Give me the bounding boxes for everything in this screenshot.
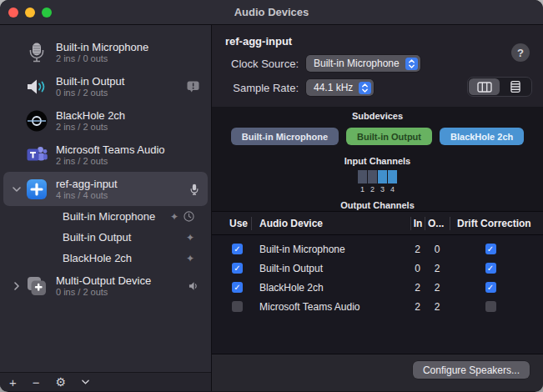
device-io-count: 0 ins / 2 outs — [56, 287, 189, 298]
channel-box — [358, 170, 367, 183]
output-speaker-icon — [189, 281, 199, 291]
gear-icon[interactable]: ⚙ — [56, 376, 67, 388]
page-title: ref-agg-input — [225, 35, 530, 48]
channel-numbers: 1 2 3 4 — [212, 185, 543, 193]
table-cell-device: Built-in Output — [251, 263, 410, 274]
device-io-count: 2 ins / 0 outs — [56, 53, 199, 64]
window-title: Audio Devices — [0, 6, 543, 18]
device-sidebar: Built-in Microphone 2 ins / 0 outs — [0, 25, 212, 391]
subdevices-section: Subdevices Built-in Microphone Built-in … — [212, 107, 543, 211]
drift-correction-checkbox[interactable] — [485, 244, 496, 254]
channel-box — [378, 170, 387, 183]
chevron-right-icon[interactable] — [8, 282, 25, 290]
popup-stepper-icon — [405, 58, 418, 70]
sidebar-item-built-in-microphone[interactable]: Built-in Microphone 2 ins / 0 outs — [3, 35, 208, 69]
alert-bubble-icon — [187, 81, 199, 93]
column-header-use: Use — [224, 217, 251, 230]
device-io-count: 0 ins / 2 outs — [56, 88, 187, 98]
table-cell-out: 2 — [425, 282, 450, 294]
clock-source-label: Clock Source: — [225, 58, 299, 70]
subdevice-pill[interactable]: Built-in Microphone — [231, 128, 339, 145]
sample-rate-value: 44.1 kHz — [314, 82, 353, 93]
drift-correction-checkbox[interactable] — [485, 282, 496, 293]
speaker-icon — [25, 75, 48, 98]
use-checkbox[interactable] — [232, 263, 243, 274]
blackhole-icon — [25, 109, 48, 133]
table-cell-device: Microsoft Teams Audio — [251, 301, 410, 313]
add-device-button[interactable]: + — [9, 376, 17, 389]
detail-header: ref-agg-input ? Clock Source: Built-in M… — [212, 25, 543, 107]
table-cell-device: BlackHole 2ch — [251, 282, 410, 294]
sample-rate-popup[interactable]: 44.1 kHz — [306, 79, 374, 96]
device-io-count: 2 ins / 2 outs — [56, 156, 199, 167]
layout-segmented-control — [467, 77, 532, 97]
use-checkbox[interactable] — [232, 244, 243, 254]
table-cell-out: 2 — [425, 301, 450, 313]
table-header: Use Audio Device In O... Drift Correctio… — [212, 212, 543, 235]
table-row: Built-in Output 0 2 — [212, 259, 543, 278]
clock-icon — [184, 211, 194, 222]
signal-icon: ✦ — [186, 254, 194, 264]
input-channels-title: Input Channels — [212, 156, 543, 166]
sidebar-item-blackhole-2ch[interactable]: BlackHole 2ch 2 ins / 2 outs — [3, 103, 208, 138]
device-name: Built-in Output — [56, 75, 187, 88]
columns-view-segment[interactable] — [469, 78, 500, 95]
rows-view-segment[interactable] — [500, 78, 530, 95]
use-checkbox[interactable] — [232, 282, 243, 293]
column-header-in: In — [410, 217, 425, 230]
configure-speakers-button[interactable]: Configure Speakers... — [413, 361, 530, 379]
clock-source-value: Built-in Microphone — [314, 58, 400, 69]
subdevice-pill[interactable]: BlackHole 2ch — [440, 128, 524, 145]
sidebar-subitem-built-in-microphone[interactable]: Built-in Microphone ✦ — [0, 206, 211, 227]
subdevice-pill[interactable]: Built-in Output — [346, 128, 432, 145]
zoom-button[interactable] — [42, 8, 52, 18]
subdevice-name: BlackHole 2ch — [63, 252, 186, 264]
chevron-down-icon[interactable] — [8, 187, 25, 192]
table-row: Built-in Microphone 2 0 — [212, 239, 543, 259]
sidebar-item-built-in-output[interactable]: Built-in Output 0 ins / 2 outs — [3, 69, 208, 103]
table-row: BlackHole 2ch 2 2 — [212, 278, 543, 297]
input-microphone-icon — [189, 183, 199, 196]
device-io-count: 4 ins / 4 outs — [56, 190, 189, 201]
table-cell-in: 2 — [410, 301, 425, 313]
sidebar-item-multi-output-device[interactable]: Multi-Output Device 0 ins / 2 outs — [3, 269, 208, 303]
column-header-audio-device: Audio Device — [251, 217, 410, 230]
sidebar-item-ref-agg-input[interactable]: ref-agg-input 4 ins / 4 outs — [3, 172, 208, 206]
drift-correction-checkbox[interactable] — [485, 301, 496, 312]
columns-icon — [477, 82, 492, 93]
remove-device-button[interactable]: − — [33, 376, 40, 389]
title-bar[interactable]: Audio Devices — [0, 0, 543, 25]
minimize-button[interactable] — [25, 8, 35, 18]
sidebar-item-microsoft-teams-audio[interactable]: Microsoft Teams Audio 2 ins / 2 outs — [3, 138, 208, 172]
column-header-out: O... — [425, 217, 450, 230]
subdevices-title: Subdevices — [212, 111, 543, 121]
table-row: Microsoft Teams Audio 2 2 — [212, 297, 543, 316]
use-checkbox[interactable] — [232, 301, 243, 312]
table-cell-out: 2 — [425, 263, 450, 274]
subdevice-table: Use Audio Device In O... Drift Correctio… — [212, 211, 543, 354]
popup-stepper-icon — [359, 82, 371, 94]
drift-correction-checkbox[interactable] — [485, 263, 496, 274]
device-io-count: 2 ins / 2 outs — [56, 122, 199, 133]
sidebar-subitem-blackhole-2ch[interactable]: BlackHole 2ch ✦ — [0, 248, 211, 269]
microphone-icon — [25, 41, 48, 64]
output-channels-title: Output Channels — [212, 200, 543, 210]
chevron-down-icon[interactable] — [82, 379, 89, 384]
device-name: ref-agg-input — [56, 178, 189, 190]
device-detail-panel: ref-agg-input ? Clock Source: Built-in M… — [212, 25, 543, 391]
device-name: Built-in Microphone — [56, 41, 199, 53]
channel-box — [368, 170, 377, 183]
table-cell-out: 0 — [425, 244, 450, 255]
signal-icon: ✦ — [170, 212, 178, 222]
device-name: Multi-Output Device — [56, 274, 189, 287]
aggregate-device-icon — [25, 178, 48, 201]
close-button[interactable] — [8, 8, 18, 18]
help-button[interactable]: ? — [511, 43, 530, 62]
teams-icon — [25, 143, 48, 167]
table-cell-device: Built-in Microphone — [251, 244, 410, 255]
table-cell-in: 2 — [410, 244, 425, 255]
device-list: Built-in Microphone 2 ins / 0 outs — [0, 25, 211, 372]
clock-source-popup[interactable]: Built-in Microphone — [306, 55, 420, 72]
subdevice-name: Built-in Output — [63, 231, 186, 244]
sidebar-subitem-built-in-output[interactable]: Built-in Output ✦ — [0, 227, 211, 248]
